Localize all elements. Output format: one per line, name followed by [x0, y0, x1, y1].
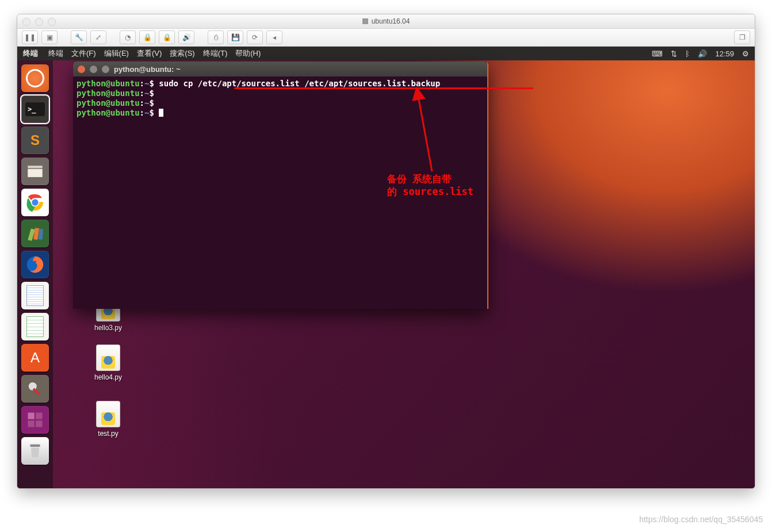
terminal-titlebar[interactable]: python@ubuntu: ~ [73, 62, 487, 76]
lock1-button[interactable]: 🔒 [139, 30, 155, 44]
terminal-close-icon[interactable] [78, 66, 85, 73]
launcher-workspace[interactable] [21, 406, 49, 434]
launcher-files[interactable] [21, 158, 49, 185]
volume-button[interactable]: 🔊 [178, 30, 194, 44]
clock-text[interactable]: 12:59 [715, 49, 734, 58]
ubuntu-logo-icon [26, 69, 44, 87]
launcher-tools[interactable] [21, 375, 49, 403]
svg-point-6 [29, 382, 37, 391]
terminal-title-text: python@ubuntu: ~ [114, 65, 181, 74]
desktop-file-label: hello3.py [94, 324, 122, 332]
svg-rect-11 [36, 420, 42, 427]
annotation-line2: 的 sources.list [387, 185, 473, 198]
menu-terminal[interactable]: 终端 [48, 48, 63, 59]
minimize-icon[interactable] [35, 18, 43, 26]
panel-app-label: 终端 [17, 48, 44, 59]
python-file-icon [96, 401, 120, 427]
menu-search[interactable]: 搜索(S) [170, 48, 194, 59]
svg-rect-9 [36, 413, 42, 419]
disk-button[interactable]: ◔ [120, 30, 136, 44]
svg-rect-10 [28, 420, 35, 427]
terminal-maximize-icon[interactable] [102, 66, 109, 73]
terminal-command: sudo cp /etc/apt/sources.list /etc/apt/s… [159, 79, 440, 88]
expand-button[interactable]: ⤢ [90, 30, 106, 44]
launcher-software[interactable]: A [21, 344, 49, 372]
bluetooth-icon[interactable]: ᛒ [685, 49, 690, 58]
terminal-icon: >_ [25, 102, 45, 116]
tools-icon [25, 379, 45, 399]
desktop-file-label: hello4.py [94, 373, 122, 381]
annotation-underline [234, 87, 533, 89]
cycle-button[interactable]: ⟳ [247, 30, 263, 44]
wrench-button[interactable]: 🔧 [71, 30, 87, 44]
launcher-writer[interactable] [21, 282, 49, 309]
python-file-icon [96, 345, 120, 371]
svg-rect-7 [33, 388, 40, 396]
svg-rect-0 [28, 166, 43, 168]
annotation-line1: 备份 系统自带 [387, 173, 473, 185]
menu-view[interactable]: 查看(V) [137, 48, 162, 59]
svg-rect-1 [28, 169, 43, 177]
files-icon [25, 162, 45, 181]
svg-rect-12 [30, 445, 40, 447]
vm-tab-icon [362, 18, 368, 24]
firefox-icon [25, 255, 45, 274]
volume-icon[interactable]: 🔊 [698, 49, 707, 58]
vm-title: ubuntu16.04 [362, 17, 410, 25]
menu-help[interactable]: 帮助(H) [235, 48, 261, 59]
launcher-terminal[interactable]: >_ [21, 95, 49, 123]
launcher-dash[interactable] [21, 64, 49, 92]
vm-host-window: ubuntu16.04 ❚❚ ▣ 🔧 ⤢ ◔ 🔒 🔒 🔊 ⎙ 💾 ⟳ ◂ ❐ 终… [17, 14, 755, 489]
menu-file[interactable]: 文件(F) [71, 48, 96, 59]
gear-icon[interactable]: ⚙ [742, 49, 749, 58]
vm-toolbar: ❚❚ ▣ 🔧 ⤢ ◔ 🔒 🔒 🔊 ⎙ 💾 ⟳ ◂ ❐ [17, 29, 755, 47]
menu-terminal2[interactable]: 终端(T) [203, 48, 228, 59]
unity-launcher: >_ S A [17, 60, 53, 488]
launcher-sublime[interactable]: S [21, 127, 49, 154]
vm-title-text: ubuntu16.04 [372, 17, 410, 25]
terminal-cursor [159, 109, 163, 117]
launcher-books[interactable] [21, 220, 49, 247]
svg-rect-8 [28, 413, 35, 419]
desktop-file-label: test.py [98, 430, 118, 438]
books-icon [25, 224, 45, 243]
save-button[interactable]: 💾 [227, 30, 243, 44]
zoom-icon[interactable] [48, 18, 56, 26]
watermark-text: https://blog.csdn.net/qq_35456045 [639, 515, 763, 524]
annotation-text: 备份 系统自带 的 sources.list [387, 173, 473, 198]
keyboard-icon[interactable]: ⌨ [652, 49, 663, 58]
launcher-trash[interactable] [21, 437, 49, 465]
writer-icon [26, 285, 44, 306]
terminal-body[interactable]: python@ubuntu:~$ sudo cp /etc/apt/source… [73, 76, 487, 120]
close-icon[interactable] [22, 18, 30, 26]
trash-icon [25, 441, 45, 461]
desktop-file-test[interactable]: test.py [85, 401, 131, 438]
launcher-chrome[interactable] [21, 189, 49, 216]
launcher-calc[interactable] [21, 313, 49, 340]
calc-icon [26, 316, 44, 337]
panel-indicators: ⌨ ⇅ ᛒ 🔊 12:59 ⚙ [652, 49, 755, 58]
software-icon: A [30, 350, 40, 366]
menu-strip: 终端 文件(F) 编辑(E) 查看(V) 搜索(S) 终端(T) 帮助(H) [48, 48, 261, 59]
left-button[interactable]: ◂ [266, 30, 282, 44]
ubuntu-top-panel: 终端 终端 文件(F) 编辑(E) 查看(V) 搜索(S) 终端(T) 帮助(H… [17, 47, 755, 60]
launcher-firefox[interactable] [21, 251, 49, 278]
annotation-arrow [415, 91, 449, 179]
svg-line-13 [418, 93, 432, 171]
guest-screen: 终端 终端 文件(F) 编辑(E) 查看(V) 搜索(S) 终端(T) 帮助(H… [17, 47, 755, 488]
pip-button[interactable]: ❐ [734, 30, 750, 44]
lock2-button[interactable]: 🔒 [159, 30, 175, 44]
desktop-file-hello4[interactable]: hello4.py [85, 345, 131, 381]
usb-button[interactable]: ⎙ [208, 30, 224, 44]
chrome-icon [25, 193, 45, 212]
sublime-icon: S [30, 132, 40, 148]
workspace-icon [26, 411, 44, 428]
pause-button[interactable]: ❚❚ [22, 30, 38, 44]
terminal-minimize-icon[interactable] [90, 66, 97, 73]
window-traffic-lights[interactable] [22, 18, 56, 26]
network-icon[interactable]: ⇅ [671, 49, 677, 58]
vm-titlebar: ubuntu16.04 [17, 14, 755, 29]
terminal-window[interactable]: python@ubuntu: ~ python@ubuntu:~$ sudo c… [73, 62, 488, 309]
menu-edit[interactable]: 编辑(E) [104, 48, 129, 59]
screenshot-button[interactable]: ▣ [41, 30, 58, 44]
